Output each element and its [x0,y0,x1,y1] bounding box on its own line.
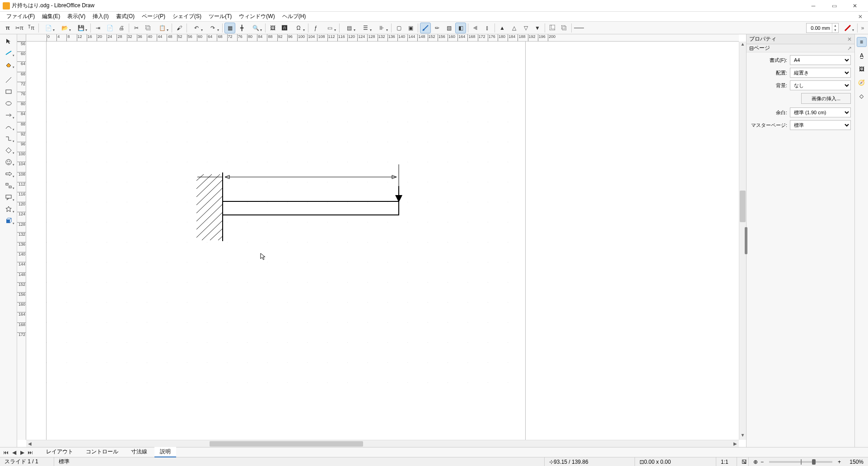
star-tool[interactable] [2,204,15,214]
crop-button[interactable]: ▣ [405,23,416,33]
menu-help[interactable]: ヘルプ(H) [279,12,310,21]
bring-forward-button[interactable]: △ [509,23,519,33]
flowchart-tool[interactable] [2,181,15,191]
spin-down[interactable]: ▼ [832,28,838,33]
bring-front-button[interactable]: ▲ [497,23,508,33]
ellipse-tool[interactable] [2,98,15,108]
tab-description[interactable]: 説明 [154,447,176,457]
toggle-extrusion-button[interactable]: ▧ [443,23,454,33]
menu-shape[interactable]: シェイプ(S) [169,12,205,21]
select-master[interactable]: 標準 [790,120,851,130]
zoom-button[interactable]: 🔍 [248,23,263,33]
menu-page[interactable]: ページ(P) [138,12,169,21]
line-tool[interactable] [2,75,15,85]
drawing-page[interactable] [47,42,525,440]
distribute-button[interactable]: ⊪ [374,23,389,33]
callout-tool[interactable] [2,192,15,202]
insert-textbox-button[interactable]: 🅰 [279,23,290,33]
zoom-in-button[interactable]: + [838,459,841,465]
fit-page-icon[interactable]: ⊕ [753,459,758,465]
arrange-button[interactable]: ☰ [358,23,373,33]
print-button[interactable]: 🖨 [116,23,127,33]
export-pdf-button[interactable]: 📄 [104,23,115,33]
sidebar-close-button[interactable]: ✕ [847,36,852,42]
horizontal-scrollbar[interactable]: ◀ ▶ [26,440,739,447]
symbol-shapes-tool[interactable] [2,157,15,167]
styles-tab-icon[interactable]: A̲ [857,51,867,61]
scroll-up-arrow[interactable]: ▲ [739,42,746,49]
scroll-down-arrow[interactable]: ▼ [739,433,746,440]
draw-functions-button[interactable]: ◧ [455,23,466,33]
glue-points-button[interactable]: ✏ [432,23,443,33]
menu-file[interactable]: ファイル(F) [3,12,38,21]
shadow-button[interactable]: ▢ [393,23,404,33]
open-doc-button[interactable]: 📂 [57,23,72,33]
canvas-viewport[interactable] [26,42,739,440]
line-color-tool[interactable] [2,48,15,58]
shapes-tab-icon[interactable]: ◇ [857,91,867,101]
doc-close-button[interactable]: ✕ [855,13,865,21]
ungroup-button[interactable]: ⿻ [559,23,569,33]
cut-button[interactable]: ✂︎ [131,23,142,33]
edit-points-button[interactable] [420,23,431,33]
align-left-v-button[interactable]: ⫷ [470,23,481,33]
grid-button[interactable]: ▦ [224,23,235,33]
close-button[interactable]: ✕ [845,0,865,12]
horizontal-ruler[interactable]: 0481216202428323640444852566064687276808… [26,34,739,42]
fontwork-button[interactable]: ƒ [310,23,321,33]
properties-tab-icon[interactable]: ≡ [857,37,867,47]
gallery-tab-icon[interactable]: 🖼 [857,64,867,74]
insert-image-button-sidebar[interactable]: 画像の挿入... [801,93,851,104]
connector-tool[interactable] [2,134,15,144]
tab-layout[interactable]: レイアウト [41,447,79,457]
first-slide-button[interactable]: ⏮ [2,448,10,457]
copy-button[interactable]: ⿻ [143,23,154,33]
sidebar-drag-handle[interactable] [745,227,747,254]
block-arrow-tool[interactable] [2,169,15,179]
scroll-left-arrow[interactable]: ◀ [26,441,33,446]
insert-hyperlink-button[interactable]: ▭ [322,23,337,33]
menu-view[interactable]: 表示(V) [64,12,89,21]
clone-format-button[interactable]: 🖌 [174,23,185,33]
curve-tool[interactable] [2,122,15,132]
paste-button[interactable]: 📋 [154,23,170,33]
zoom-value[interactable]: 150% [844,459,863,465]
tab-control[interactable]: コントロール [80,447,124,457]
3d-tool[interactable] [2,216,15,226]
status-ratio[interactable]: 1:1 [716,457,737,466]
zoom-handle[interactable] [812,459,816,465]
redo-button[interactable]: ↷ [205,23,220,33]
new-doc-button[interactable]: 📄 [41,23,56,33]
menu-edit[interactable]: 編集(E) [38,12,64,21]
save-doc-button[interactable]: 💾 [73,23,89,33]
select-format[interactable]: A4 [790,55,851,65]
snap-guides-button[interactable]: ╋ [236,23,247,33]
sidebar-section-header[interactable]: ⊟ ページ ↗ [747,44,854,52]
align-center-v-button[interactable]: ⫿ [482,23,493,33]
line-style-button[interactable] [574,23,584,33]
formula-text-icon[interactable]: Tπ [26,23,37,33]
select-tool[interactable] [2,36,15,46]
send-back-button[interactable]: ▼ [532,23,543,33]
export-button[interactable]: ⇥ [93,23,103,33]
minimize-button[interactable]: ─ [803,0,824,12]
menu-window[interactable]: ウィンドウ(W) [235,12,278,21]
tab-dimension[interactable]: 寸法線 [126,447,153,457]
align-button[interactable]: ▤ [341,23,357,33]
insert-image-button[interactable]: 🖼 [267,23,278,33]
status-save-icon[interactable]: 🖫 [737,457,749,466]
spin-up[interactable]: ▲ [832,23,838,28]
zoom-out-button[interactable]: − [761,459,764,465]
zoom-slider[interactable] [769,461,832,463]
basic-shapes-tool[interactable] [2,145,15,155]
menu-tools[interactable]: ツール(T) [205,12,235,21]
select-background[interactable]: なし [790,80,851,90]
select-margin[interactable]: 標準 (1.90 cm) [790,107,851,117]
maximize-button[interactable]: ▭ [824,0,845,12]
menu-insert[interactable]: 挿入(I) [89,12,112,21]
hscroll-thumb[interactable] [210,441,363,447]
line-color-button[interactable] [840,23,855,33]
fill-color-tool[interactable] [2,60,15,70]
undo-button[interactable]: ↶ [189,23,204,33]
insert-special-char-button[interactable]: Ω [291,23,306,33]
